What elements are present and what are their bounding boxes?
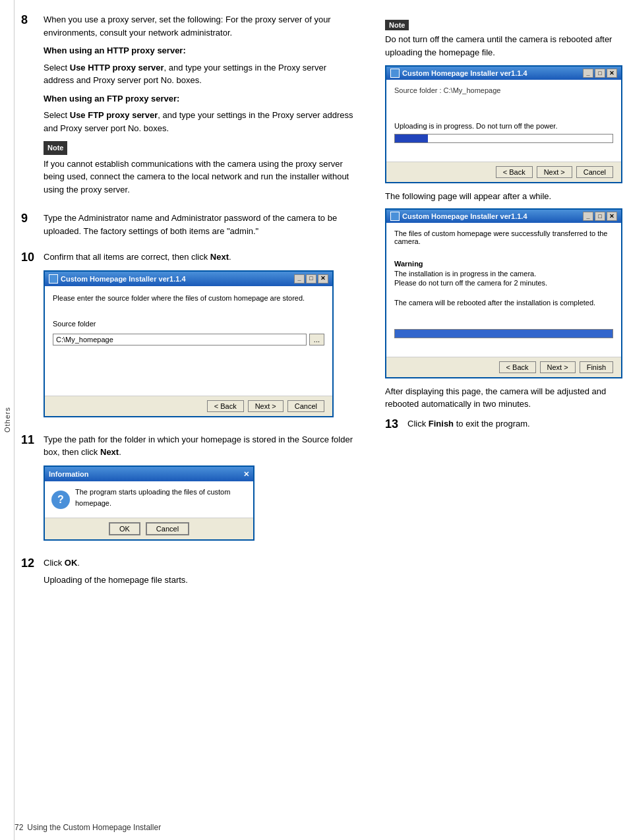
- step-13-finish-bold: Finish: [429, 419, 454, 429]
- upload-status-text: Uploading is in progress. Do not turn of…: [394, 122, 613, 130]
- step-8-note-box: Note If you cannot establish communicati…: [44, 141, 359, 196]
- finish-back-button[interactable]: < Back: [499, 361, 536, 373]
- upload-source-text: Source folder : C:\My_homepage: [394, 86, 613, 94]
- upload-dialog-body: Source folder : C:\My_homepage Uploading…: [386, 80, 621, 162]
- upload-dialog: Custom Homepage Installer ver1.1.4 _ □ ✕…: [385, 65, 622, 183]
- step-11: 11 Type the path for the folder in which…: [21, 433, 359, 548]
- step-11-info-close[interactable]: ✕: [243, 469, 249, 480]
- close-button[interactable]: ✕: [318, 274, 328, 284]
- upload-close-button[interactable]: ✕: [607, 69, 617, 78]
- step-10-next-bold: Next: [210, 252, 229, 262]
- step-8-ftp-bold: Use FTP proxy server: [70, 110, 158, 120]
- step-8-http-text: Select Use HTTP proxy server, and type y…: [44, 61, 359, 87]
- step-10-source-row: ...: [53, 334, 324, 345]
- step-8-intro: When you use a proxy server, set the fol…: [44, 13, 359, 39]
- step-10-dialog-title-text: Custom Homepage Installer ver1.1.4: [61, 274, 186, 285]
- step-8-ftp-text: Select Use FTP proxy server, and type yo…: [44, 109, 359, 135]
- step-11-number: 11: [21, 433, 41, 448]
- finish-minimize-button[interactable]: _: [583, 212, 593, 221]
- upload-minimize-button[interactable]: _: [583, 69, 593, 78]
- minimize-button[interactable]: _: [294, 274, 305, 284]
- finish-progress-bar: [394, 329, 613, 338]
- step-10-dialog-controls: _ □ ✕: [294, 274, 328, 284]
- side-tab: Others: [0, 0, 15, 840]
- upload-cancel-button[interactable]: Cancel: [576, 166, 613, 178]
- finish-dialog-icon: [390, 212, 400, 221]
- step-12: 12 Click OK. Uploading of the homepage f…: [21, 556, 359, 590]
- step-12-content: Click OK. Uploading of the homepage file…: [44, 556, 359, 590]
- step-11-ok-button[interactable]: OK: [109, 522, 140, 535]
- step-11-info-dialog: Information ✕ ? The program starts uploa…: [44, 465, 255, 541]
- step-9-text: Type the Administrator name and Administ…: [44, 212, 359, 237]
- finish-next-button[interactable]: Next >: [540, 361, 576, 373]
- step-8: 8 When you use a proxy server, set the f…: [21, 13, 359, 202]
- step-9-number: 9: [21, 212, 41, 226]
- upload-back-button[interactable]: < Back: [496, 166, 533, 178]
- step-10-content: Confirm that all items are correct, then…: [44, 251, 359, 424]
- step-10-text: Confirm that all items are correct, then…: [44, 251, 359, 264]
- step-11-text: Type the path for the folder in which yo…: [44, 433, 359, 459]
- after-text: After displaying this page, the camera w…: [385, 385, 622, 411]
- finish-reboot-text: The camera will be rebooted after the in…: [394, 299, 613, 307]
- finish-dialog-controls: _ □ ✕: [583, 212, 617, 221]
- step-10-next-button[interactable]: Next >: [248, 400, 284, 412]
- step-10-cancel-button[interactable]: Cancel: [287, 400, 324, 412]
- finish-dialog-title-text: Custom Homepage Installer ver1.1.4: [402, 212, 527, 220]
- step-10-browse-button[interactable]: ...: [309, 334, 324, 345]
- right-note-text: Do not turn off the camera until the cam…: [385, 33, 622, 59]
- step-10-dialog-footer: < Back Next > Cancel: [45, 396, 332, 416]
- step-11-content: Type the path for the folder in which yo…: [44, 433, 359, 548]
- page-container: Others 8 When you use a proxy server, se…: [0, 0, 629, 840]
- step-12-number: 12: [21, 556, 41, 571]
- step-10-dialog: Custom Homepage Installer ver1.1.4 _ □ ✕…: [44, 270, 334, 417]
- finish-progress-fill: [395, 330, 613, 338]
- step-10-dialog-titlebar: Custom Homepage Installer ver1.1.4 _ □ ✕: [45, 272, 332, 287]
- step-11-cancel-button[interactable]: Cancel: [146, 522, 189, 535]
- finish-dialog-footer: < Back Next > Finish: [386, 357, 621, 377]
- upload-maximize-button[interactable]: □: [595, 69, 605, 78]
- maximize-button[interactable]: □: [306, 274, 316, 284]
- following-page-text: The following page will appear after a w…: [385, 190, 622, 203]
- main-content: 8 When you use a proxy server, set the f…: [15, 0, 629, 840]
- finish-dialog-title: Custom Homepage Installer ver1.1.4: [390, 212, 527, 221]
- step-11-info-titlebar: Information ✕: [45, 467, 253, 482]
- right-note-box: Note Do not turn off the camera until th…: [385, 20, 622, 59]
- step-10-body-text: Please enter the source folder where the…: [53, 293, 324, 304]
- step-10-back-button[interactable]: < Back: [207, 400, 244, 412]
- step-13-content: Click Finish to exit the program.: [407, 417, 622, 435]
- upload-dialog-footer: < Back Next > Cancel: [386, 162, 621, 182]
- page-footer-label: Using the Custom Homepage Installer: [27, 823, 161, 832]
- finish-warning-section: Warning The installation is in progress …: [394, 260, 613, 287]
- finish-finish-button[interactable]: Finish: [580, 361, 613, 373]
- upload-dialog-title: Custom Homepage Installer ver1.1.4: [390, 69, 527, 78]
- step-11-info-body: ? The program starts uploading the files…: [45, 481, 253, 518]
- page-number: 72: [15, 823, 23, 832]
- left-column: 8 When you use a proxy server, set the f…: [21, 13, 365, 827]
- finish-dialog-titlebar: Custom Homepage Installer ver1.1.4 _ □ ✕: [386, 210, 621, 223]
- step-11-info-footer: OK Cancel: [45, 518, 253, 539]
- finish-warning-line2: Please do not turn off the camera for 2 …: [394, 279, 613, 287]
- step-13: 13 Click Finish to exit the program.: [385, 417, 622, 435]
- info-icon: ?: [51, 491, 70, 509]
- finish-warning-line1: The installation is in progress in the c…: [394, 270, 613, 278]
- step-9-content: Type the Administrator name and Administ…: [44, 212, 359, 241]
- right-column: Note Do not turn off the camera until th…: [378, 13, 622, 827]
- step-10: 10 Confirm that all items are correct, t…: [21, 251, 359, 424]
- page-footer: 72 Using the Custom Homepage Installer: [15, 823, 161, 832]
- finish-close-button[interactable]: ✕: [607, 212, 617, 221]
- upload-next-button[interactable]: Next >: [537, 166, 572, 178]
- dialog-icon: [49, 274, 58, 284]
- step-8-number: 8: [21, 13, 41, 28]
- upload-dialog-controls: _ □ ✕: [583, 69, 617, 78]
- step-11-info-text: The program starts uploading the files o…: [75, 487, 247, 508]
- finish-warning-title: Warning: [394, 260, 613, 268]
- finish-maximize-button[interactable]: □: [595, 212, 605, 221]
- upload-progress-fill: [395, 135, 428, 142]
- step-13-number: 13: [385, 417, 405, 432]
- step-12-ok-bold: OK: [65, 558, 78, 568]
- upload-dialog-icon: [390, 69, 400, 78]
- step-8-note-label: Note: [44, 141, 67, 155]
- step-8-http-bold: Use HTTP proxy server: [70, 63, 164, 73]
- step-10-source-input[interactable]: [53, 334, 307, 345]
- step-13-text: Click Finish to exit the program.: [407, 417, 622, 431]
